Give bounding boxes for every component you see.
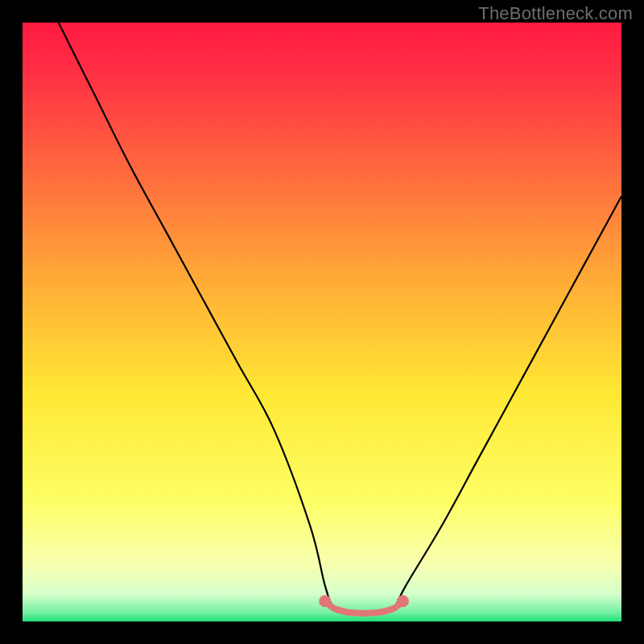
watermark-text: TheBottleneck.com — [478, 3, 633, 24]
gradient-background — [23, 23, 621, 621]
bottleneck-chart — [23, 23, 621, 621]
svg-point-1 — [397, 595, 409, 607]
chart-frame: { "watermark": "TheBottleneck.com", "col… — [0, 0, 644, 644]
svg-point-0 — [319, 595, 331, 607]
